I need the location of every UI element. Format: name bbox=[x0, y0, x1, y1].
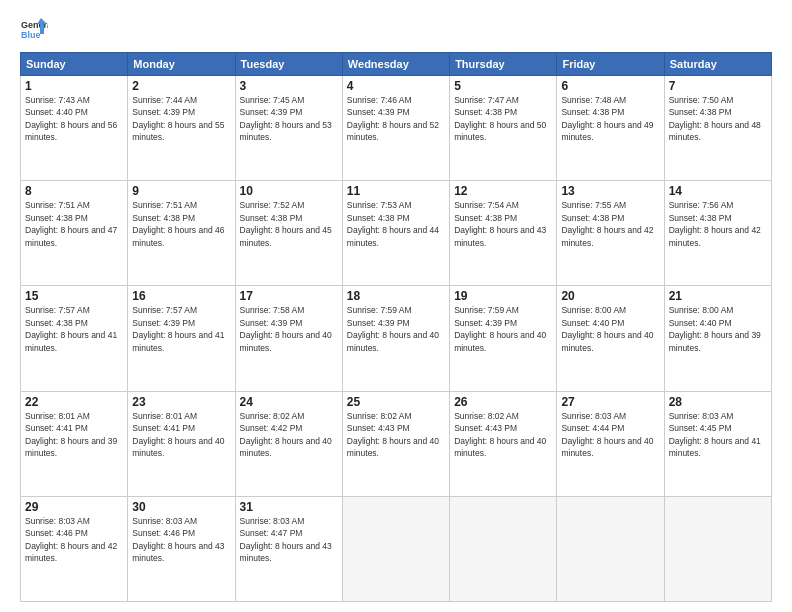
day-number: 18 bbox=[347, 289, 445, 303]
calendar-cell: 12 Sunrise: 7:54 AMSunset: 4:38 PMDaylig… bbox=[450, 181, 557, 286]
calendar-week-3: 15 Sunrise: 7:57 AMSunset: 4:38 PMDaylig… bbox=[21, 286, 772, 391]
header-sunday: Sunday bbox=[21, 53, 128, 76]
calendar-cell: 7 Sunrise: 7:50 AMSunset: 4:38 PMDayligh… bbox=[664, 76, 771, 181]
day-number: 2 bbox=[132, 79, 230, 93]
day-info: Sunrise: 7:52 AMSunset: 4:38 PMDaylight:… bbox=[240, 200, 332, 247]
calendar-week-2: 8 Sunrise: 7:51 AMSunset: 4:38 PMDayligh… bbox=[21, 181, 772, 286]
day-info: Sunrise: 8:02 AMSunset: 4:43 PMDaylight:… bbox=[454, 411, 546, 458]
calendar-week-1: 1 Sunrise: 7:43 AMSunset: 4:40 PMDayligh… bbox=[21, 76, 772, 181]
calendar-cell: 8 Sunrise: 7:51 AMSunset: 4:38 PMDayligh… bbox=[21, 181, 128, 286]
day-info: Sunrise: 8:00 AMSunset: 4:40 PMDaylight:… bbox=[561, 305, 653, 352]
calendar-cell: 25 Sunrise: 8:02 AMSunset: 4:43 PMDaylig… bbox=[342, 391, 449, 496]
day-number: 29 bbox=[25, 500, 123, 514]
logo-svg: General Blue bbox=[20, 16, 48, 44]
calendar-cell bbox=[342, 496, 449, 601]
calendar-cell: 5 Sunrise: 7:47 AMSunset: 4:38 PMDayligh… bbox=[450, 76, 557, 181]
day-info: Sunrise: 7:50 AMSunset: 4:38 PMDaylight:… bbox=[669, 95, 761, 142]
day-number: 12 bbox=[454, 184, 552, 198]
calendar-cell: 24 Sunrise: 8:02 AMSunset: 4:42 PMDaylig… bbox=[235, 391, 342, 496]
day-number: 6 bbox=[561, 79, 659, 93]
day-number: 11 bbox=[347, 184, 445, 198]
day-number: 26 bbox=[454, 395, 552, 409]
day-info: Sunrise: 8:02 AMSunset: 4:42 PMDaylight:… bbox=[240, 411, 332, 458]
day-info: Sunrise: 7:47 AMSunset: 4:38 PMDaylight:… bbox=[454, 95, 546, 142]
calendar-cell: 11 Sunrise: 7:53 AMSunset: 4:38 PMDaylig… bbox=[342, 181, 449, 286]
calendar-cell: 14 Sunrise: 7:56 AMSunset: 4:38 PMDaylig… bbox=[664, 181, 771, 286]
calendar-cell: 18 Sunrise: 7:59 AMSunset: 4:39 PMDaylig… bbox=[342, 286, 449, 391]
day-info: Sunrise: 7:53 AMSunset: 4:38 PMDaylight:… bbox=[347, 200, 439, 247]
day-number: 16 bbox=[132, 289, 230, 303]
calendar-cell: 3 Sunrise: 7:45 AMSunset: 4:39 PMDayligh… bbox=[235, 76, 342, 181]
calendar-cell: 4 Sunrise: 7:46 AMSunset: 4:39 PMDayligh… bbox=[342, 76, 449, 181]
day-info: Sunrise: 8:01 AMSunset: 4:41 PMDaylight:… bbox=[132, 411, 224, 458]
calendar-cell: 23 Sunrise: 8:01 AMSunset: 4:41 PMDaylig… bbox=[128, 391, 235, 496]
calendar-cell: 31 Sunrise: 8:03 AMSunset: 4:47 PMDaylig… bbox=[235, 496, 342, 601]
day-number: 3 bbox=[240, 79, 338, 93]
calendar-cell: 27 Sunrise: 8:03 AMSunset: 4:44 PMDaylig… bbox=[557, 391, 664, 496]
calendar-cell: 6 Sunrise: 7:48 AMSunset: 4:38 PMDayligh… bbox=[557, 76, 664, 181]
calendar-cell: 20 Sunrise: 8:00 AMSunset: 4:40 PMDaylig… bbox=[557, 286, 664, 391]
calendar-cell: 17 Sunrise: 7:58 AMSunset: 4:39 PMDaylig… bbox=[235, 286, 342, 391]
calendar-cell: 19 Sunrise: 7:59 AMSunset: 4:39 PMDaylig… bbox=[450, 286, 557, 391]
day-info: Sunrise: 8:03 AMSunset: 4:45 PMDaylight:… bbox=[669, 411, 761, 458]
weekday-header-row: Sunday Monday Tuesday Wednesday Thursday… bbox=[21, 53, 772, 76]
day-info: Sunrise: 7:51 AMSunset: 4:38 PMDaylight:… bbox=[132, 200, 224, 247]
calendar-week-4: 22 Sunrise: 8:01 AMSunset: 4:41 PMDaylig… bbox=[21, 391, 772, 496]
day-number: 14 bbox=[669, 184, 767, 198]
calendar-cell: 21 Sunrise: 8:00 AMSunset: 4:40 PMDaylig… bbox=[664, 286, 771, 391]
calendar-cell bbox=[557, 496, 664, 601]
day-number: 9 bbox=[132, 184, 230, 198]
header: General Blue bbox=[20, 16, 772, 44]
calendar-cell: 1 Sunrise: 7:43 AMSunset: 4:40 PMDayligh… bbox=[21, 76, 128, 181]
day-number: 13 bbox=[561, 184, 659, 198]
day-number: 4 bbox=[347, 79, 445, 93]
day-number: 15 bbox=[25, 289, 123, 303]
day-info: Sunrise: 7:45 AMSunset: 4:39 PMDaylight:… bbox=[240, 95, 332, 142]
day-number: 30 bbox=[132, 500, 230, 514]
day-info: Sunrise: 7:59 AMSunset: 4:39 PMDaylight:… bbox=[347, 305, 439, 352]
day-number: 22 bbox=[25, 395, 123, 409]
day-info: Sunrise: 7:58 AMSunset: 4:39 PMDaylight:… bbox=[240, 305, 332, 352]
calendar-page: General Blue Sunday Monday Tuesday Wedne… bbox=[0, 0, 792, 612]
header-saturday: Saturday bbox=[664, 53, 771, 76]
calendar-cell: 16 Sunrise: 7:57 AMSunset: 4:39 PMDaylig… bbox=[128, 286, 235, 391]
calendar-cell: 30 Sunrise: 8:03 AMSunset: 4:46 PMDaylig… bbox=[128, 496, 235, 601]
day-number: 19 bbox=[454, 289, 552, 303]
day-number: 27 bbox=[561, 395, 659, 409]
calendar-week-5: 29 Sunrise: 8:03 AMSunset: 4:46 PMDaylig… bbox=[21, 496, 772, 601]
calendar-cell: 22 Sunrise: 8:01 AMSunset: 4:41 PMDaylig… bbox=[21, 391, 128, 496]
day-number: 24 bbox=[240, 395, 338, 409]
calendar-cell: 10 Sunrise: 7:52 AMSunset: 4:38 PMDaylig… bbox=[235, 181, 342, 286]
day-info: Sunrise: 7:57 AMSunset: 4:38 PMDaylight:… bbox=[25, 305, 117, 352]
day-info: Sunrise: 8:02 AMSunset: 4:43 PMDaylight:… bbox=[347, 411, 439, 458]
day-number: 28 bbox=[669, 395, 767, 409]
day-info: Sunrise: 7:46 AMSunset: 4:39 PMDaylight:… bbox=[347, 95, 439, 142]
calendar-cell: 28 Sunrise: 8:03 AMSunset: 4:45 PMDaylig… bbox=[664, 391, 771, 496]
day-info: Sunrise: 8:00 AMSunset: 4:40 PMDaylight:… bbox=[669, 305, 761, 352]
header-monday: Monday bbox=[128, 53, 235, 76]
day-info: Sunrise: 8:03 AMSunset: 4:46 PMDaylight:… bbox=[132, 516, 224, 563]
svg-text:Blue: Blue bbox=[21, 30, 41, 40]
day-info: Sunrise: 8:03 AMSunset: 4:44 PMDaylight:… bbox=[561, 411, 653, 458]
day-number: 31 bbox=[240, 500, 338, 514]
calendar-cell: 29 Sunrise: 8:03 AMSunset: 4:46 PMDaylig… bbox=[21, 496, 128, 601]
day-number: 20 bbox=[561, 289, 659, 303]
calendar-cell: 26 Sunrise: 8:02 AMSunset: 4:43 PMDaylig… bbox=[450, 391, 557, 496]
day-info: Sunrise: 7:54 AMSunset: 4:38 PMDaylight:… bbox=[454, 200, 546, 247]
day-info: Sunrise: 8:03 AMSunset: 4:46 PMDaylight:… bbox=[25, 516, 117, 563]
day-number: 23 bbox=[132, 395, 230, 409]
day-info: Sunrise: 7:55 AMSunset: 4:38 PMDaylight:… bbox=[561, 200, 653, 247]
calendar-cell: 2 Sunrise: 7:44 AMSunset: 4:39 PMDayligh… bbox=[128, 76, 235, 181]
day-info: Sunrise: 7:48 AMSunset: 4:38 PMDaylight:… bbox=[561, 95, 653, 142]
day-number: 1 bbox=[25, 79, 123, 93]
day-number: 10 bbox=[240, 184, 338, 198]
day-info: Sunrise: 7:59 AMSunset: 4:39 PMDaylight:… bbox=[454, 305, 546, 352]
header-wednesday: Wednesday bbox=[342, 53, 449, 76]
day-info: Sunrise: 7:56 AMSunset: 4:38 PMDaylight:… bbox=[669, 200, 761, 247]
day-info: Sunrise: 7:44 AMSunset: 4:39 PMDaylight:… bbox=[132, 95, 224, 142]
day-number: 8 bbox=[25, 184, 123, 198]
calendar-cell bbox=[664, 496, 771, 601]
day-info: Sunrise: 8:03 AMSunset: 4:47 PMDaylight:… bbox=[240, 516, 332, 563]
day-info: Sunrise: 7:43 AMSunset: 4:40 PMDaylight:… bbox=[25, 95, 117, 142]
day-info: Sunrise: 8:01 AMSunset: 4:41 PMDaylight:… bbox=[25, 411, 117, 458]
